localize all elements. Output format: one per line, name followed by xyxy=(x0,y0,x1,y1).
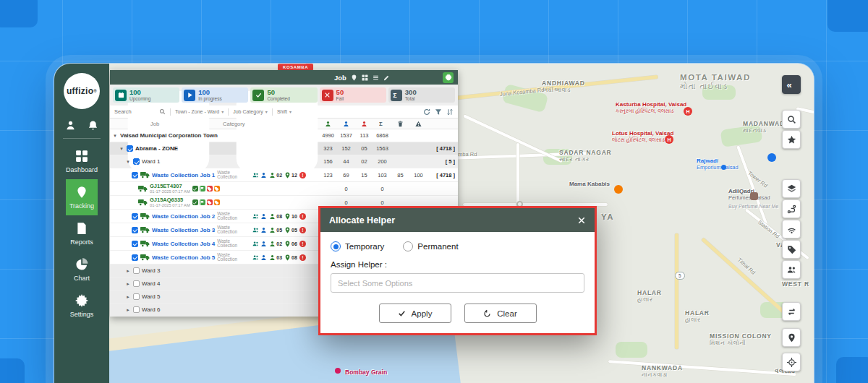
expand-arrow-icon[interactable]: ▸ xyxy=(125,307,131,313)
row-values: 323152051563 xyxy=(319,145,427,152)
point-count: 05 xyxy=(292,228,297,233)
filter-dropdown-0[interactable]: Town - Zone - Ward▾ xyxy=(175,109,224,114)
row-checkbox[interactable] xyxy=(133,293,140,300)
sidebar-item-dashboard[interactable]: Dashboard xyxy=(66,143,98,179)
expand-arrow-icon[interactable]: ▸ xyxy=(125,294,131,300)
row-lead: GJ15AQ633501-17-2025 07:17 AM xyxy=(110,197,319,207)
pin-icon[interactable] xyxy=(351,74,357,81)
filter-dropdown-2[interactable]: Shift▾ xyxy=(277,109,292,114)
clear-button[interactable]: Clear xyxy=(464,304,537,323)
map-road xyxy=(608,360,796,376)
row-checkbox[interactable] xyxy=(133,280,140,287)
job-status-cards: 100Upcoming100In progress50Completed50Fa… xyxy=(110,85,458,106)
sidebar-item-tracking[interactable]: Tracking xyxy=(66,179,98,215)
status-chip xyxy=(207,199,213,205)
map-tool-signal[interactable] xyxy=(782,220,801,238)
row-checkbox[interactable] xyxy=(133,267,140,274)
funnel-icon[interactable] xyxy=(435,108,442,116)
vehicle-timestamp: 01-17-2025 07:17 AM xyxy=(150,189,190,194)
map-marker-shop[interactable] xyxy=(767,153,776,162)
radio-dot[interactable] xyxy=(403,241,413,251)
row-checkbox[interactable] xyxy=(132,213,138,220)
sidebar-item-chart[interactable]: Chart xyxy=(66,251,98,288)
table-row-vehicle[interactable]: GJ15ET430701-17-2025 07:17 AM00 xyxy=(110,182,458,196)
map-tool-transfer[interactable] xyxy=(782,302,801,321)
radio-temporary[interactable]: Temporary xyxy=(331,241,384,251)
row-checkbox[interactable] xyxy=(132,254,138,261)
job-assignment-icons xyxy=(252,213,267,220)
map-marker-hospital[interactable]: H xyxy=(684,107,692,116)
job-assignment-icons xyxy=(252,241,267,247)
map-marker-dot-pink[interactable] xyxy=(335,368,341,374)
row-label: Waste Collection Job 1 xyxy=(152,172,215,178)
stat-card-completed[interactable]: 50Completed xyxy=(250,87,317,103)
map-label: YA xyxy=(601,212,614,221)
map-tool-collapse[interactable]: « xyxy=(782,75,801,94)
map-label: MISSION COLONYમિશન કોલોની xyxy=(710,332,772,347)
map-marker-food[interactable] xyxy=(614,185,623,194)
status-chip xyxy=(214,199,220,205)
map-road xyxy=(701,238,789,318)
sort-icon[interactable] xyxy=(446,108,454,116)
filter-dropdown-1[interactable]: Job Category▾ xyxy=(233,109,268,114)
row-checkbox[interactable] xyxy=(127,145,133,152)
stat-card-total[interactable]: Σ300Total xyxy=(388,87,455,103)
map-tool-routes[interactable] xyxy=(782,199,801,218)
point-count: 10 xyxy=(292,214,297,219)
sidebar-item-settings[interactable]: Settings xyxy=(66,288,98,324)
stat-card-in-progress[interactable]: 100In progress xyxy=(182,87,248,103)
map-tool-layers[interactable] xyxy=(782,179,801,198)
dashboard-icon[interactable] xyxy=(362,74,368,81)
row-label: Ward 3 xyxy=(142,267,161,274)
radio-dot[interactable] xyxy=(331,241,341,251)
map-tool-search[interactable] xyxy=(782,110,801,129)
row-checkbox[interactable] xyxy=(132,172,138,178)
map-tool-labels[interactable] xyxy=(782,240,801,259)
notifications-icon[interactable] xyxy=(88,120,98,131)
radio-label: Temporary xyxy=(345,242,384,251)
collapse-arrow-icon[interactable]: ▾ xyxy=(125,159,131,165)
panel-settings-button[interactable] xyxy=(443,72,454,83)
row-checkbox[interactable] xyxy=(132,227,138,233)
close-icon[interactable] xyxy=(577,216,586,225)
sigma-icon: Σ xyxy=(379,121,386,127)
map-label-text: MOTA TAIWAD xyxy=(680,73,751,82)
refresh-icon[interactable] xyxy=(423,108,430,116)
separator xyxy=(272,108,273,116)
map-label: RajwadiEmporium Valsad xyxy=(697,158,739,171)
undo-icon xyxy=(483,309,491,317)
stat-card-upcoming[interactable]: 100Upcoming xyxy=(113,87,179,103)
helper-select-input[interactable] xyxy=(331,273,584,293)
doc-icon xyxy=(75,222,88,235)
row-checkbox[interactable] xyxy=(133,306,140,313)
map-tool-locations[interactable] xyxy=(782,328,801,347)
expand-arrow-icon[interactable]: ▸ xyxy=(125,268,131,274)
panel-header-tools xyxy=(351,74,390,81)
collapse-arrow-icon[interactable]: ▾ xyxy=(119,146,124,152)
value-cell: 0 xyxy=(337,199,355,206)
pencil-icon[interactable] xyxy=(383,74,390,81)
map-marker-building[interactable] xyxy=(750,192,758,200)
list-icon[interactable] xyxy=(373,74,379,81)
map-tool-groups[interactable] xyxy=(782,260,801,279)
search-icon[interactable] xyxy=(159,108,166,115)
collapse-arrow-icon[interactable]: ▾ xyxy=(112,133,118,139)
job-assignment-icons xyxy=(252,172,267,178)
apply-button[interactable]: Apply xyxy=(379,304,451,323)
row-checkbox[interactable] xyxy=(133,158,140,165)
value-cell xyxy=(409,158,427,165)
row-lead: ▾Abrama - ZONE xyxy=(110,145,319,152)
map-tool-favorites[interactable] xyxy=(782,130,801,149)
sidebar-item-reports[interactable]: Reports xyxy=(66,215,98,251)
search-input[interactable] xyxy=(114,108,159,115)
stat-card-fail[interactable]: 50Fail xyxy=(320,87,386,103)
map-marker-hospital[interactable]: H xyxy=(665,135,673,144)
map-label-text: NANKWADA xyxy=(642,364,683,371)
expand-arrow-icon[interactable]: ▸ xyxy=(125,281,131,287)
profile-icon[interactable] xyxy=(65,120,76,131)
map-marker-dot-blue[interactable] xyxy=(721,165,726,170)
vehicle-name: GJ15AQ6335 xyxy=(150,197,190,203)
radio-permanent[interactable]: Permanent xyxy=(403,241,458,251)
map-tool-locate[interactable] xyxy=(782,353,801,371)
row-checkbox[interactable] xyxy=(132,241,138,247)
